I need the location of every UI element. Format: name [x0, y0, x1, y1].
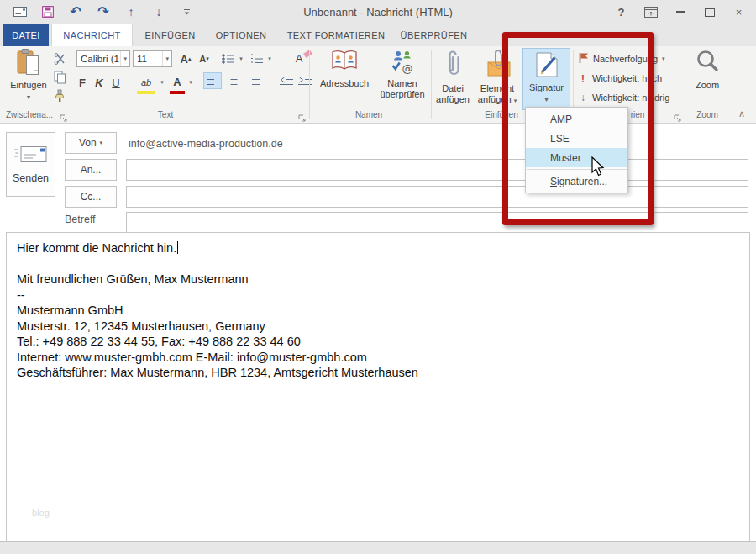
- include-group-label: Einfügen: [476, 110, 527, 119]
- window-bottom-border: [0, 541, 756, 554]
- help-icon[interactable]: ?: [611, 3, 632, 21]
- copy-icon[interactable]: [52, 70, 67, 85]
- to-input[interactable]: [126, 159, 748, 181]
- magnifier-icon: [695, 49, 720, 77]
- follow-up-label: Nachverfolgung: [593, 54, 658, 64]
- signature-dropdown-arrow: ▾: [544, 94, 548, 105]
- message-body-line: Geschäftsführer: Max Mustermann, HBR 123…: [17, 365, 739, 381]
- bullets-dropdown-arrow[interactable]: ▾: [237, 50, 245, 67]
- align-left-button[interactable]: [203, 72, 222, 89]
- outlook-message-window: ↶ ↷ ↑ ↓ Unbenannt - Nachricht (HTML) ? ×…: [0, 0, 756, 554]
- names-group-label: Namen: [344, 110, 394, 119]
- attach-item-button[interactable]: Element anfügen ▾: [474, 49, 521, 106]
- to-button[interactable]: An...: [65, 159, 117, 181]
- check-names-label-line2: überprüfen: [380, 89, 424, 100]
- attach-file-button[interactable]: Datei anfügen: [433, 49, 472, 105]
- message-body-line: Hier kommt die Nachricht hin.: [17, 240, 739, 256]
- low-importance-button[interactable]: ↓ Wichtigkeit: niedrig: [578, 91, 669, 104]
- check-names-label-line1: Namen: [387, 78, 417, 89]
- send-button[interactable]: Senden: [6, 132, 55, 197]
- signature-menu-item-signaturen[interactable]: Signaturen...: [526, 171, 627, 191]
- minimize-icon[interactable]: [669, 3, 690, 21]
- underline-button[interactable]: U: [109, 74, 123, 91]
- window-controls: ? ×: [611, 3, 749, 21]
- tab-einfuegen[interactable]: EINFÜGEN: [137, 24, 203, 46]
- ribbon-display-options-icon[interactable]: [640, 3, 661, 21]
- font-size-dropdown-arrow[interactable]: ▾: [162, 51, 171, 66]
- maximize-icon[interactable]: [699, 3, 720, 21]
- signature-button[interactable]: Signatur ▾: [522, 48, 570, 110]
- cc-button[interactable]: Cc...: [65, 186, 117, 208]
- grow-font-button[interactable]: A▴: [178, 50, 193, 67]
- increase-indent-icon[interactable]: [296, 72, 314, 89]
- attach-item-icon: [483, 49, 512, 82]
- subject-label: Betreff: [65, 214, 96, 225]
- menu-separator: [527, 169, 627, 170]
- signature-menu-item-amp[interactable]: AMP: [526, 109, 627, 129]
- tab-text-formatieren[interactable]: TEXT FORMATIEREN: [280, 24, 392, 46]
- zoom-group-label: Zoom: [682, 110, 732, 119]
- tab-nachricht[interactable]: NACHRICHT: [51, 24, 133, 46]
- tab-ueberpruefen[interactable]: ÜBERPRÜFEN: [396, 24, 471, 46]
- cut-icon[interactable]: [52, 51, 67, 66]
- font-name-combo[interactable]: Calibri (1▾: [76, 50, 130, 67]
- cc-input[interactable]: [126, 186, 748, 208]
- tab-optionen[interactable]: OPTIONEN: [207, 24, 275, 46]
- align-center-button[interactable]: [225, 72, 244, 89]
- subject-input[interactable]: [126, 212, 748, 234]
- message-body-line: Musterstr. 12, 12345 Musterhausen, Germa…: [17, 319, 739, 335]
- flag-icon: [578, 52, 589, 66]
- clipboard-dialog-launcher-icon[interactable]: [60, 111, 68, 119]
- font-color-icon[interactable]: A: [170, 74, 185, 94]
- paperclip-icon: [444, 49, 461, 82]
- close-icon[interactable]: ×: [728, 3, 749, 21]
- font-name-dropdown-arrow[interactable]: ▾: [120, 51, 129, 66]
- collapse-ribbon-icon[interactable]: ∧: [738, 108, 745, 119]
- title-bar: ↶ ↷ ↑ ↓ Unbenannt - Nachricht (HTML) ? ×: [0, 0, 756, 24]
- clear-formatting-icon[interactable]: A: [292, 50, 306, 66]
- paste-label: Einfügen: [10, 80, 46, 91]
- watermark-text: blog: [32, 508, 50, 518]
- text-dialog-launcher-icon[interactable]: [298, 111, 307, 119]
- numbering-dropdown-arrow[interactable]: ▾: [265, 50, 274, 67]
- align-right-button[interactable]: [245, 72, 264, 89]
- attach-file-label-line2: anfügen: [436, 94, 470, 105]
- attach-item-label-line2: anfügen: [478, 94, 512, 104]
- tags-group-label: rien: [625, 110, 650, 119]
- paste-button[interactable]: Einfügen ▾: [7, 49, 50, 103]
- signature-menu-item-lse[interactable]: LSE: [526, 129, 627, 148]
- decrease-indent-icon[interactable]: [277, 72, 296, 89]
- zoom-button[interactable]: Zoom: [687, 49, 727, 91]
- address-book-button[interactable]: Adressbuch: [314, 49, 375, 89]
- bullets-icon[interactable]: [220, 50, 237, 67]
- shrink-font-button[interactable]: A▾: [197, 50, 212, 67]
- tab-datei[interactable]: DATEI: [3, 24, 49, 46]
- send-envelope-icon: [13, 145, 49, 167]
- signature-dropdown-menu: AMP LSE Muster Signaturen...: [525, 107, 628, 193]
- follow-up-dropdown-arrow: ▾: [662, 55, 665, 62]
- italic-button[interactable]: K: [92, 74, 106, 91]
- font-size-combo[interactable]: 11▾: [133, 50, 172, 67]
- message-body[interactable]: Hier kommt die Nachricht hin. Mit freund…: [6, 232, 750, 541]
- from-button[interactable]: Von▾: [65, 132, 117, 154]
- svg-text:@: @: [402, 62, 413, 74]
- clipboard-group-label: Zwischena...: [2, 110, 57, 119]
- signature-menu-item-muster[interactable]: Muster: [526, 148, 627, 167]
- format-painter-icon[interactable]: [52, 88, 67, 103]
- tags-dialog-launcher-icon[interactable]: [674, 111, 682, 119]
- follow-up-button[interactable]: Nachverfolgung ▾: [578, 52, 665, 66]
- check-names-button[interactable]: @ Namen überprüfen: [376, 49, 428, 100]
- ribbon: Einfügen ▾ Zwischena... Calibri (1▾ 11▾ …: [0, 46, 756, 124]
- low-importance-label: Wichtigkeit: niedrig: [592, 92, 669, 103]
- high-importance-button[interactable]: ! Wichtigkeit: hoch: [578, 71, 662, 85]
- address-book-label: Adressbuch: [320, 78, 369, 89]
- numbering-icon[interactable]: [249, 50, 265, 67]
- ribbon-tab-bar: DATEI NACHRICHT EINFÜGEN OPTIONEN TEXT F…: [0, 24, 756, 46]
- font-color-dropdown-arrow[interactable]: ▾: [186, 74, 195, 91]
- text-highlight-icon[interactable]: ab: [137, 74, 155, 94]
- highlight-dropdown-arrow[interactable]: ▾: [158, 74, 166, 91]
- message-body-line: Mustermann GmbH: [17, 303, 739, 319]
- bold-button[interactable]: F: [76, 74, 89, 91]
- send-label: Senden: [13, 172, 49, 184]
- from-address-value: info@active-media-production.de: [129, 138, 283, 150]
